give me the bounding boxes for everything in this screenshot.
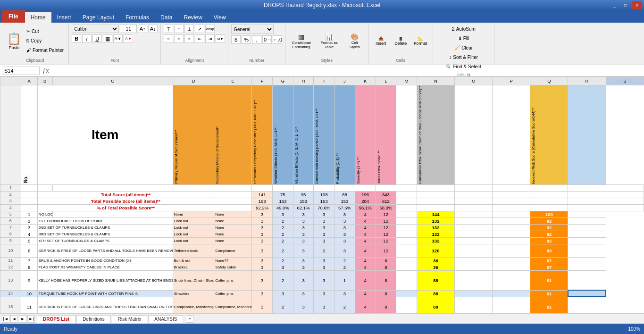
sheet-tab-definitions[interactable]: Definitions (76, 315, 111, 323)
sheet-nav-last[interactable]: ►| (27, 315, 35, 323)
increase-font-button[interactable]: A↑ (138, 25, 147, 33)
diag-secondary-header: Secondary Means of Securement* (214, 85, 252, 185)
row-7: 7 3 2ND SET OF TURNBUCKLES & CLAMPS Lock… (0, 224, 644, 231)
copy-button[interactable]: ⎘ Copy (25, 37, 66, 45)
decrease-font-button[interactable]: A↓ (148, 25, 158, 33)
wrap-text-button[interactable]: wrap (205, 25, 215, 33)
paste-button[interactable]: 📋 Paste (5, 27, 24, 55)
align-center-button[interactable]: ≡ (174, 34, 184, 43)
row-3: 3 Total Possible Score (all items)** 153… (0, 198, 644, 204)
sheet-nav-prev[interactable]: ◄ (10, 315, 18, 323)
decrease-decimal-button[interactable]: ←.0 (273, 35, 282, 44)
diag-severity-header: Severity (1-4) ** (355, 85, 376, 185)
diag-personnel-header: Personnel Frequently Beneath? (1=3, M=2,… (252, 85, 273, 185)
col-header-l: L (376, 77, 396, 85)
delete-button[interactable]: 🗑 Delete (391, 27, 410, 55)
ribbon-tabs: File Home Insert Page Layout Formulas Da… (0, 10, 644, 23)
diagonal-header-row: No. Item Primary Means of Securement** S… (0, 85, 644, 185)
fill-button[interactable]: ⬇ Fill (456, 34, 471, 42)
tab-home[interactable]: Home (25, 12, 51, 23)
tab-data[interactable]: Data (155, 12, 178, 23)
spreadsheet-area: A B C D E F G H I J K L M N O (0, 76, 644, 324)
sheet-nav-first[interactable]: |◄ (2, 315, 9, 323)
tab-page-layout[interactable]: Page Layout (77, 12, 120, 23)
angle-text-button[interactable]: ↗ (195, 25, 204, 33)
col-header-r: R (568, 77, 606, 85)
tab-review[interactable]: Review (178, 12, 208, 23)
col-header-o: O (455, 77, 493, 85)
sheet-tab-risk-matrix[interactable]: Risk Matrix (112, 315, 147, 323)
col-header-j: J (335, 77, 355, 85)
border-button[interactable]: ▦ (103, 34, 112, 43)
cell-reference-input[interactable] (2, 67, 40, 75)
fill-icon: ⬇ (458, 36, 462, 41)
align-bottom-button[interactable]: ⊥ (184, 25, 194, 33)
align-middle-button[interactable]: ≡ (174, 25, 184, 33)
font-size-input[interactable] (120, 25, 137, 33)
format-button[interactable]: 📐 Format (411, 27, 430, 55)
tab-file[interactable]: File (2, 10, 25, 23)
decrease-indent-button[interactable]: ⇤ (195, 34, 204, 43)
insert-worksheet-button[interactable]: + (186, 315, 193, 323)
diag-jonas-header: Jonas Risk Score ** (376, 85, 396, 185)
font-name-select[interactable]: Calibri (72, 25, 119, 33)
close-button[interactable]: × (632, 1, 642, 9)
minimize-button[interactable]: _ (609, 1, 619, 9)
diag-row-num (0, 85, 21, 185)
sheet-nav-next[interactable]: ► (19, 315, 26, 323)
col-header-g: G (273, 77, 293, 85)
diag-indexed-header: Indexed Risk Score (Cumulative Score/144… (530, 85, 568, 185)
cut-icon: ✂ (26, 29, 30, 34)
insert-button[interactable]: 📥 Insert (371, 27, 390, 55)
number-format-select[interactable]: General (231, 25, 274, 34)
status-bar: Ready 100% (0, 324, 644, 334)
comma-button[interactable]: , (252, 35, 261, 44)
clear-button[interactable]: 🧹 Clear (452, 43, 475, 52)
formula-input[interactable] (52, 68, 642, 74)
row-2: 2 Total Score (all items)** 141 75 95 10… (0, 191, 644, 198)
increase-decimal-button[interactable]: .0→ (262, 35, 272, 44)
conditional-formatting-button[interactable]: ▦ Conditional Formatting (288, 27, 314, 55)
row-4: 4 % of Total Possible Score** 92.2% 49.0… (0, 204, 644, 211)
clear-icon: 🧹 (454, 45, 460, 50)
tab-view[interactable]: View (208, 12, 232, 23)
row-12: 12 8 FLAG POST X2 W/SAFETY CABLES IN PLA… (0, 264, 644, 270)
cell-styles-button[interactable]: 🎨 Cell Styles (344, 27, 365, 55)
align-left-button[interactable]: ≡ (164, 34, 173, 43)
fill-color-button[interactable]: A▼ (113, 34, 123, 43)
clipboard-group: 📋 Paste ✂ Cut ⎘ Copy 🖌 Format Painter Cl… (2, 24, 69, 64)
font-color-button[interactable]: A▼ (124, 34, 133, 43)
insert-icon: 📥 (378, 36, 384, 41)
col-header-a: A (21, 77, 37, 85)
sort-filter-button[interactable]: ↕ Sort & Filter (447, 53, 480, 61)
format-painter-button[interactable]: 🖌 Format Painter (25, 46, 66, 55)
bold-button[interactable]: B (72, 34, 81, 43)
sheet-nav: |◄ ◄ ► ►| (2, 315, 35, 323)
tab-formulas[interactable]: Formulas (120, 12, 155, 23)
sort-icon: ↕ (449, 55, 452, 60)
align-right-button[interactable]: ≡ (184, 34, 194, 43)
number-label: Number (249, 57, 264, 63)
underline-button[interactable]: U (92, 34, 102, 43)
merge-center-button[interactable]: M▼ (216, 34, 225, 43)
row-11: 11 7 SRL'S & ANCHOR POINTS IN GOOD CONDI… (0, 257, 644, 264)
increase-indent-button[interactable]: ⇥ (205, 34, 215, 43)
col-header-i: I (314, 77, 335, 85)
italic-button[interactable]: I (82, 34, 92, 43)
align-top-button[interactable]: ⊤ (164, 25, 173, 33)
window-title: DROPS Hazard Registry.xlsx - Microsoft E… (264, 2, 380, 8)
maximize-button[interactable]: □ (620, 1, 631, 9)
paste-icon: 📋 (7, 32, 21, 45)
cut-button[interactable]: ✂ Cut (25, 27, 66, 36)
format-as-table-button[interactable]: 📊 Format as Table (316, 27, 342, 55)
sheet-tabs: |◄ ◄ ► ►| DROPS List Definitions Risk Ma… (0, 313, 644, 324)
autosum-button[interactable]: Σ AutoSum (450, 25, 477, 33)
tab-insert[interactable]: Insert (51, 12, 77, 23)
currency-button[interactable]: $ (231, 35, 241, 44)
percent-button[interactable]: % (242, 35, 251, 44)
sheet-tab-drops-list[interactable]: DROPS List (37, 315, 75, 323)
sheet-tab-analysis[interactable]: ANALYSIS (148, 315, 183, 323)
col-header-d: D (173, 77, 214, 85)
ribbon: 📋 Paste ✂ Cut ⎘ Copy 🖌 Format Painter Cl… (0, 23, 644, 65)
styles-group: ▦ Conditional Formatting 📊 Format as Tab… (285, 24, 368, 64)
